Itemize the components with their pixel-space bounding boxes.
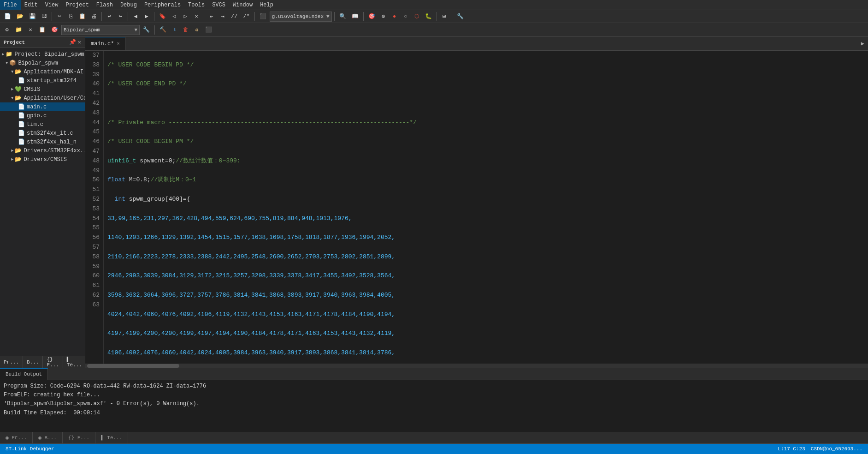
menu-item-view[interactable]: View xyxy=(41,0,62,10)
paste-icon[interactable]: 📋 xyxy=(77,12,88,22)
find-icon[interactable]: 🔍 xyxy=(337,12,348,22)
menu-item-file[interactable]: File xyxy=(0,0,21,10)
code-editor[interactable]: 3738394041 4243444546 4748495051 5253545… xyxy=(85,51,868,368)
menu-item-tools[interactable]: Tools xyxy=(184,0,208,10)
close-project-icon[interactable]: ✕ xyxy=(25,25,35,35)
tree-item-project[interactable]: ▶ 📁 Project: Bipolar_spwm xyxy=(0,50,85,59)
tree-item-bipolar[interactable]: ▼ 📦 Bipolar_spwm xyxy=(0,59,85,67)
build-line-4: Build Time Elapsed: 00:00:14 xyxy=(4,409,864,418)
tab-bar: main.c* × ▶ xyxy=(85,37,868,51)
status-right: L:17 C:23 CSDN@no_652693... xyxy=(778,446,862,452)
cut-icon[interactable]: ✂ xyxy=(54,12,65,22)
menu-item-debug[interactable]: Debug xyxy=(117,0,141,10)
status-left: ST-Link Debugger xyxy=(6,446,54,452)
target2-icon[interactable]: 🎯 xyxy=(49,25,60,35)
tree-item-drivers-cmsis[interactable]: ► 📂 Drivers/CMSIS xyxy=(0,155,85,164)
open-project-icon[interactable]: ⬛ xyxy=(257,12,269,22)
sep11 xyxy=(154,25,155,35)
tree-item-mdk[interactable]: ▼ 📂 Application/MDK-AI xyxy=(0,67,85,76)
circle-icon[interactable]: ○ xyxy=(401,12,411,22)
open-folder-icon[interactable]: 📁 xyxy=(13,25,24,35)
project-dropdown[interactable]: Bipolar_spwm ▼ xyxy=(61,25,140,35)
sbt-functions[interactable]: {} F... xyxy=(43,356,63,368)
tree-item-stm32it[interactable]: 📄 stm32f4xx_it.c xyxy=(0,129,85,137)
next-bookmark-icon[interactable]: ▷ xyxy=(180,12,190,22)
sbt-templates[interactable]: ▌ Te... xyxy=(63,356,86,368)
tree-item-gpioc[interactable]: 📄 gpio.c xyxy=(0,111,85,120)
tab-label: main.c* xyxy=(91,41,114,47)
sidebar-header: Project 📌 ✕ xyxy=(0,37,85,48)
inspect-icon[interactable]: 🔧 xyxy=(455,12,466,22)
nav-back-icon[interactable]: ◀ xyxy=(130,12,141,22)
tree-item-startup[interactable]: 📄 startup_stm32f4 xyxy=(0,76,85,85)
build-icon[interactable]: 🔨 xyxy=(157,25,169,35)
target-icon[interactable]: 🎯 xyxy=(366,12,378,22)
comment-icon[interactable]: // xyxy=(229,12,240,22)
sbt-build[interactable]: B... xyxy=(23,356,43,368)
sidebar-close-icon[interactable]: ✕ xyxy=(78,39,81,46)
redo-icon[interactable]: ↪ xyxy=(115,12,125,22)
bottom-pr-tab[interactable]: ◉ Pr... xyxy=(0,432,33,443)
toolbar2: ⚙ 📁 ✕ 📋 🎯 Bipolar_spwm ▼ 🔧 🔨 ⬇ 🗑 ♻ ⬛ xyxy=(0,23,868,37)
tab-right-arrow[interactable]: ▶ xyxy=(857,37,868,50)
undo-icon[interactable]: ↩ xyxy=(104,12,114,22)
menu-item-svcs[interactable]: SVCS xyxy=(208,0,229,10)
csdn-info: CSDN@no_652693... xyxy=(811,446,862,452)
stop-build-icon[interactable]: ⬛ xyxy=(203,25,214,35)
sbt-project[interactable]: Pr... xyxy=(0,356,23,368)
build-line-2: FromELF: creating hex file... xyxy=(4,391,864,400)
tree-item-timc[interactable]: 📄 tim.c xyxy=(0,120,85,129)
manage-icon[interactable]: 📋 xyxy=(36,25,48,35)
new-file-icon[interactable]: 📄 xyxy=(2,12,13,22)
print-icon[interactable]: 🖨 xyxy=(89,12,99,22)
menu-item-peripherals[interactable]: Peripherals xyxy=(141,0,184,10)
bookmark-icon[interactable]: 🔖 xyxy=(157,12,168,22)
open-doc-icon[interactable]: 📖 xyxy=(349,12,361,22)
clean-icon[interactable]: 🗑 xyxy=(181,25,191,35)
bottom-panel: Build Output Program Size: Code=6294 RO-… xyxy=(0,368,868,444)
menu-item-help[interactable]: Help xyxy=(256,0,277,10)
sep7 xyxy=(334,12,335,21)
load-icon[interactable]: ⬇ xyxy=(170,25,180,35)
red-circle-icon[interactable]: ● xyxy=(390,12,400,22)
debug-icon[interactable]: 🐛 xyxy=(423,12,434,22)
uncomment-icon[interactable]: /* xyxy=(241,12,252,22)
sidebar-tree: ▶ 📁 Project: Bipolar_spwm ▼ 📦 Bipolar_sp… xyxy=(0,48,85,356)
tree-item-userco[interactable]: ▼ 📂 Application/User/Co xyxy=(0,94,85,102)
nav-forward-icon[interactable]: ▶ xyxy=(142,12,152,22)
bottom-f-tab[interactable]: {} F... xyxy=(63,432,95,443)
project-config-icon[interactable]: 🔧 xyxy=(141,25,152,35)
tab-mainc[interactable]: main.c* × xyxy=(85,37,125,50)
menu-item-edit[interactable]: Edit xyxy=(21,0,41,10)
indent-less-icon[interactable]: ⇤ xyxy=(207,12,217,22)
bottom-b-tab[interactable]: ◉ B... xyxy=(33,432,63,443)
bottom-te-tab[interactable]: ▌ Te... xyxy=(95,432,128,443)
menu-item-flash[interactable]: Flash xyxy=(93,0,117,10)
menu-bar: FileEditViewProjectFlashDebugPeripherals… xyxy=(0,0,868,10)
sidebar-title: Project xyxy=(4,40,25,45)
tree-item-stm32hal[interactable]: 📄 stm32f4xx_hal_n xyxy=(0,137,85,146)
sidebar-pin-icon[interactable]: 📌 xyxy=(69,39,76,46)
options-icon[interactable]: ⚙ xyxy=(378,12,389,22)
layout-icon[interactable]: ⊞ xyxy=(439,12,449,22)
project-settings-icon[interactable]: ⚙ xyxy=(2,25,12,35)
sep10 xyxy=(452,12,452,21)
save-all-icon[interactable]: 🖫 xyxy=(39,12,49,22)
symbol-dropdown[interactable]: g.u16VoltageIndex ▼ xyxy=(270,12,332,22)
tree-item-drivers-stm[interactable]: ► 📂 Drivers/STM32F4xx... xyxy=(0,146,85,155)
indent-more-icon[interactable]: ⇥ xyxy=(218,12,228,22)
menu-item-window[interactable]: Window xyxy=(229,0,256,10)
editor-bottom-tabs: ◉ Pr... ◉ B... {} F... ▌ Te... xyxy=(0,432,868,444)
clear-bookmark-icon[interactable]: ✕ xyxy=(191,12,201,22)
tab-close-icon[interactable]: × xyxy=(117,42,119,47)
copy-icon[interactable]: ⎘ xyxy=(65,12,76,22)
stop-icon[interactable]: ⬡ xyxy=(412,12,422,22)
menu-item-project[interactable]: Project xyxy=(62,0,92,10)
bottom-tab-build[interactable]: Build Output xyxy=(0,368,48,380)
save-icon[interactable]: 💾 xyxy=(27,12,38,22)
tree-item-cmsis[interactable]: ► 💚 CMSIS xyxy=(0,85,85,94)
open-icon[interactable]: 📂 xyxy=(14,12,26,22)
tree-item-mainc[interactable]: 📄 main.c xyxy=(0,102,85,111)
rebuild-icon[interactable]: ♻ xyxy=(192,25,202,35)
prev-bookmark-icon[interactable]: ◁ xyxy=(169,12,179,22)
